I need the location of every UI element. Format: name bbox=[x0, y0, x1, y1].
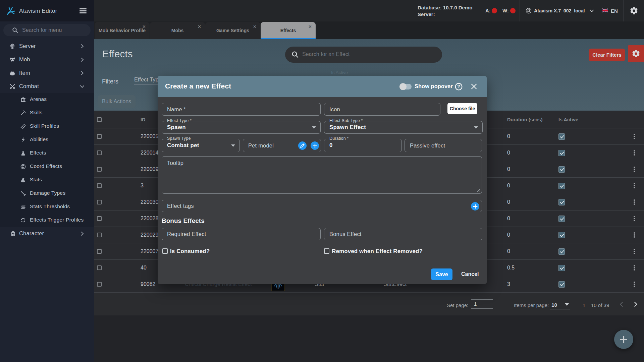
svg-text:?: ? bbox=[457, 84, 460, 89]
